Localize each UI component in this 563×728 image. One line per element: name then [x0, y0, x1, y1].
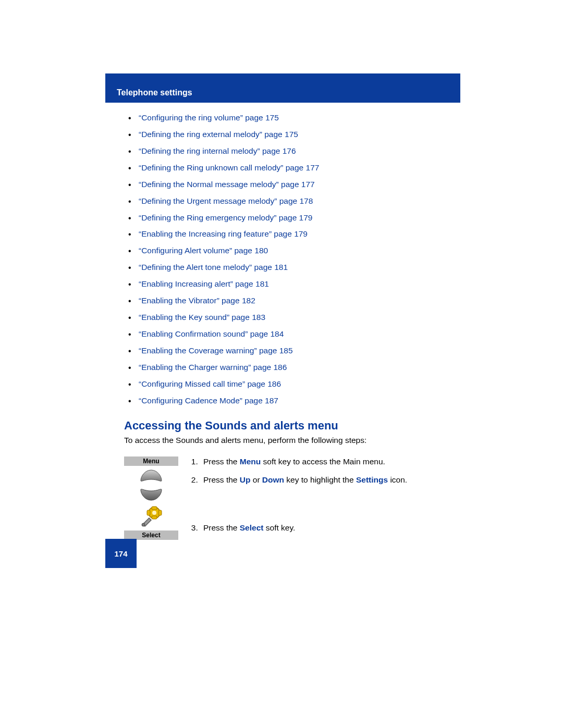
select-softkey-label: Select: [124, 530, 178, 540]
topic-link[interactable]: “Configuring Alert volume” page 180: [139, 246, 268, 255]
steps-column: Press the Menu soft key to access the Ma…: [189, 456, 463, 540]
list-item: “Defining the ring external melody” page…: [124, 129, 463, 140]
topic-link-list: “Configuring the ring volume” page 175 “…: [124, 113, 463, 406]
list-item: “Enabling the Key sound” page 183: [124, 312, 463, 323]
topic-link[interactable]: “Defining the Ring unknown call melody” …: [139, 163, 319, 172]
topic-link[interactable]: “Defining the Ring emergency melody” pag…: [139, 213, 312, 222]
topic-link[interactable]: “Configuring Missed call time” page 186: [139, 379, 281, 388]
header-bar: Telephone settings: [105, 73, 460, 103]
list-item: “Defining the Ring emergency melody” pag…: [124, 213, 463, 224]
list-item: “Enabling Increasing alert” page 181: [124, 279, 463, 290]
up-arrow-icon: [140, 469, 163, 484]
svg-rect-5: [147, 510, 150, 515]
svg-point-1: [152, 511, 156, 515]
topic-link[interactable]: “Enabling the Charger warning” page 186: [139, 363, 287, 372]
content-area: “Configuring the ring volume” page 175 “…: [124, 113, 463, 540]
topic-link[interactable]: “Enabling Increasing alert” page 181: [139, 279, 269, 288]
list-item: “Defining the Urgent message melody” pag…: [124, 196, 463, 207]
page-number-box: 174: [105, 539, 137, 568]
topic-link[interactable]: “Enabling the Coverage warning” page 185: [139, 346, 293, 355]
topic-link[interactable]: “Defining the ring internal melody” page…: [139, 146, 296, 155]
section-intro: To access the Sounds and alerts menu, pe…: [124, 436, 463, 445]
list-item: “Defining the ring internal melody” page…: [124, 146, 463, 157]
select-keyword: Select: [240, 523, 264, 532]
settings-keyword: Settings: [356, 475, 388, 484]
topic-link[interactable]: “Enabling the Vibrator” page 182: [139, 296, 255, 305]
svg-point-6: [142, 523, 145, 526]
menu-keyword: Menu: [240, 457, 261, 466]
step-2: Press the Up or Down key to highlight th…: [200, 475, 463, 486]
up-keyword: Up: [240, 475, 251, 484]
list-item: “Defining the Normal message melody” pag…: [124, 179, 463, 190]
list-item: “Enabling the Coverage warning” page 185: [124, 346, 463, 356]
topic-link[interactable]: “Defining the Normal message melody” pag…: [139, 180, 315, 189]
page-number: 174: [114, 549, 127, 558]
down-arrow-icon: [140, 487, 163, 501]
svg-rect-3: [152, 516, 157, 519]
topic-link[interactable]: “Configuring the ring volume” page 175: [139, 113, 279, 122]
topic-link[interactable]: “Enabling Confirmation sound” page 184: [139, 329, 284, 338]
topic-link[interactable]: “Defining the ring external melody” page…: [139, 130, 298, 139]
list-item: “Enabling the Increasing ring feature” p…: [124, 229, 463, 240]
topic-link[interactable]: “Enabling the Key sound” page 183: [139, 313, 265, 322]
step-3: Press the Select soft key.: [200, 523, 463, 534]
list-item: “Configuring the ring volume” page 175: [124, 113, 463, 124]
header-title: Telephone settings: [117, 88, 192, 97]
topic-link[interactable]: “Defining the Alert tone melody” page 18…: [139, 263, 288, 272]
svg-rect-4: [158, 510, 162, 515]
list-item: “Configuring Missed call time” page 186: [124, 379, 463, 390]
section-heading: Accessing the Sounds and alerts menu: [124, 419, 463, 433]
settings-wrench-icon: [139, 503, 164, 528]
list-item: “Defining the Ring unknown call melody” …: [124, 163, 463, 174]
list-item: “Enabling the Vibrator” page 182: [124, 295, 463, 306]
steps-area: Menu: [124, 456, 463, 540]
svg-rect-2: [152, 507, 157, 510]
down-keyword: Down: [262, 475, 284, 484]
topic-link[interactable]: “Enabling the Increasing ring feature” p…: [139, 229, 308, 238]
topic-link[interactable]: “Defining the Urgent message melody” pag…: [139, 196, 313, 205]
list-item: “Defining the Alert tone melody” page 18…: [124, 262, 463, 273]
document-page: Telephone settings “Configuring the ring…: [0, 0, 563, 728]
menu-softkey-label: Menu: [124, 456, 178, 466]
icons-column: Menu: [124, 456, 178, 540]
list-item: “Enabling Confirmation sound” page 184: [124, 329, 463, 340]
list-item: “Configuring Cadence Mode” page 187: [124, 396, 463, 406]
list-item: “Configuring Alert volume” page 180: [124, 245, 463, 256]
step-1: Press the Menu soft key to access the Ma…: [200, 456, 463, 467]
topic-link[interactable]: “Configuring Cadence Mode” page 187: [139, 396, 278, 405]
list-item: “Enabling the Charger warning” page 186: [124, 362, 463, 373]
